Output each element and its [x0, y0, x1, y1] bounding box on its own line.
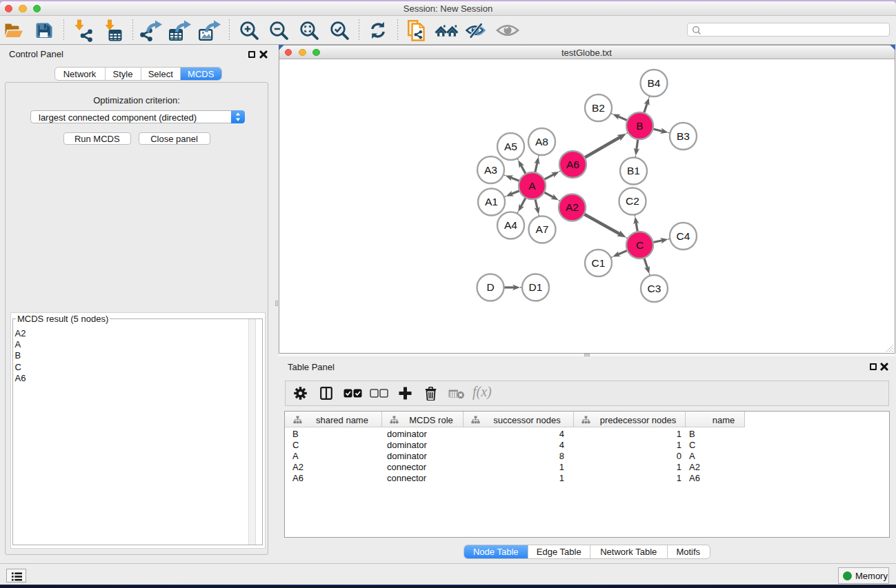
- svg-text:A: A: [528, 179, 536, 191]
- svg-text:B3: B3: [677, 130, 690, 141]
- svg-text:D: D: [486, 281, 494, 293]
- svg-text:C1: C1: [591, 256, 605, 268]
- svg-text:C2: C2: [626, 195, 639, 207]
- svg-text:C: C: [635, 239, 643, 250]
- svg-text:A6: A6: [566, 158, 579, 170]
- svg-text:A3: A3: [484, 163, 497, 175]
- svg-text:C3: C3: [647, 282, 661, 294]
- svg-text:A5: A5: [504, 140, 517, 152]
- svg-text:B4: B4: [647, 77, 660, 88]
- svg-text:B2: B2: [592, 101, 605, 113]
- svg-text:C4: C4: [676, 230, 690, 241]
- svg-text:A7: A7: [535, 223, 548, 235]
- svg-text:B1: B1: [627, 165, 640, 176]
- svg-text:A8: A8: [535, 135, 548, 147]
- svg-text:A4: A4: [504, 219, 517, 231]
- svg-text:A2: A2: [566, 201, 579, 213]
- svg-text:A1: A1: [485, 196, 498, 207]
- svg-text:B: B: [636, 119, 643, 131]
- svg-text:D1: D1: [528, 281, 542, 293]
